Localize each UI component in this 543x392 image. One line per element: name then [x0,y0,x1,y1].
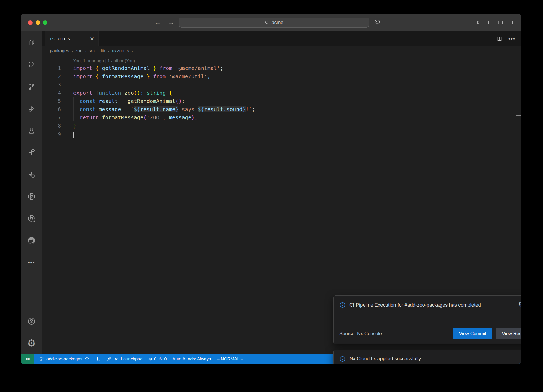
source-control-icon[interactable] [21,75,42,97]
vscode-window: ← → acme [21,14,521,364]
breadcrumb-label: zoo.ts [117,48,129,54]
toggle-secondary-sidebar-icon[interactable] [509,20,515,26]
tab-close-icon[interactable]: ✕ [90,36,94,42]
edge-browser-icon[interactable] [21,229,42,251]
tab-bar: TS zoo.ts ✕ ••• [42,31,521,46]
rocket-icon [107,356,112,362]
settings-gear-icon[interactable]: ⚙ [21,332,42,354]
code-line[interactable]: 7 return formatMessage('ZOO', message); [42,114,521,122]
indent-guide [73,97,74,121]
breadcrumb-item[interactable]: ... [135,48,139,54]
source-control-graph-item[interactable] [93,354,104,364]
breadcrumb-label: ... [135,48,139,54]
nx-console-icon[interactable] [21,185,42,207]
more-views-icon[interactable]: ••• [21,251,42,273]
breadcrumb-label: packages [50,48,69,54]
vim-mode-item[interactable]: -- NORMAL -- [214,354,246,364]
tab-zoo-ts[interactable]: TS zoo.ts ✕ [45,31,99,46]
view-commit-button[interactable]: View Commit [453,328,492,339]
customize-layout-icon[interactable] [475,20,481,26]
explorer-icon[interactable] [21,31,42,53]
minimize-window-button[interactable] [36,20,40,25]
split-editor-icon[interactable] [497,36,502,42]
breadcrumb-separator-icon: › [106,49,110,53]
code-line[interactable]: 1import { getRandomAnimal } from '@acme/… [42,64,521,72]
notification-source: Source: Nx Console [339,331,382,337]
auto-attach-item[interactable]: Auto Attach: Always [169,354,214,364]
code-line[interactable]: 4export function zoo(): string { [42,89,521,97]
code-line[interactable]: 8} [42,122,521,130]
testing-icon[interactable] [21,119,42,141]
back-arrow-icon[interactable]: ← [155,19,161,26]
code-line[interactable]: 9 [42,130,515,138]
problems-item[interactable]: ⊗ 0 ⚠ 0 [145,354,169,364]
close-window-button[interactable] [28,20,33,25]
text-cursor [73,132,74,138]
accounts-icon[interactable] [21,310,42,332]
line-number: 8 [42,122,61,130]
toggle-primary-sidebar-icon[interactable] [486,20,492,26]
breadcrumb-separator-icon: › [84,49,87,53]
breadcrumb-item[interactable]: lib [101,48,105,54]
activity-bar: ••• ⚙ [21,31,42,354]
extensions-icon[interactable] [21,141,42,163]
branch-name: add-zoo-packages [46,356,82,361]
command-center-search[interactable]: acme [179,18,369,28]
warning-count: 0 [164,356,167,361]
search-query: acme [272,20,283,25]
code-line[interactable]: 5 const result = getRandomAnimal(); [42,97,521,105]
tab-label: zoo.ts [57,36,70,42]
line-number: 4 [42,89,61,97]
code-line[interactable]: 2import { formatMessage } from '@acme/ut… [42,72,521,81]
notification-message: Nx Cloud fix applied successfully [349,355,421,363]
forward-arrow-icon[interactable]: → [168,19,174,26]
copilot-menu[interactable] [374,18,385,25]
error-icon: ⊗ [148,357,152,361]
code-line[interactable]: 3 [42,81,521,89]
breadcrumb-label: src [89,48,95,54]
breadcrumb-separator-icon: › [130,49,134,53]
launchpad-item[interactable]: Launchpad [104,354,146,364]
remote-indicator[interactable]: >< [21,354,34,364]
breadcrumb-item[interactable]: zoo [75,48,82,54]
code-text: import { getRandomAnimal } from '@acme/a… [73,64,223,72]
code-text: const message = `${result.name} says ${r… [73,105,255,114]
more-actions-icon[interactable]: ••• [508,36,515,42]
remote-explorer-icon[interactable] [21,163,42,185]
code-line[interactable]: 6 const message = `${result.name} says $… [42,105,521,114]
code-text: return formatMessage('ZOO', message); [73,114,198,122]
notification-nx-cloud-fix: Nx Cloud fix applied successfully [333,350,521,364]
nx-cloud-icon[interactable] [21,207,42,229]
editor-group: TS zoo.ts ✕ ••• packages›zoo›src›lib›TSz… [42,31,521,354]
copilot-icon [374,18,381,25]
chevron-down-icon [382,20,385,23]
branch-item[interactable]: add-zoo-packages [37,354,93,364]
notification-ci-pipeline: CI Pipeline Execution for #add-zoo-packa… [333,295,521,344]
breadcrumb-label: lib [101,48,105,54]
breadcrumb-item[interactable]: src [89,48,95,54]
code-text: } [73,122,76,130]
code-lines: 1import { getRandomAnimal } from '@acme/… [42,64,521,138]
line-number: 2 [42,72,61,81]
typescript-file-icon: TS [111,49,116,53]
code-text: export function zoo(): string { [73,89,172,97]
line-number: 1 [42,64,61,72]
info-icon [339,356,346,362]
info-icon [339,302,346,308]
run-debug-icon[interactable] [21,97,42,119]
git-branch-icon [40,356,45,361]
view-results-button[interactable]: View Results [496,328,521,339]
notification-settings-icon[interactable]: ⚙ [518,301,521,307]
typescript-file-icon: TS [49,37,55,41]
breadcrumb-item[interactable]: packages [50,48,69,54]
zoom-window-button[interactable] [43,20,47,25]
code-text [73,130,74,138]
toggle-panel-icon[interactable] [497,20,503,26]
line-number: 5 [42,97,61,105]
search-view-icon[interactable] [21,53,42,75]
notification-message: CI Pipeline Execution for #add-zoo-packa… [349,301,481,309]
breadcrumb-item[interactable]: TSzoo.ts [111,48,129,54]
breadcrumb-label: zoo [75,48,82,54]
code-text: import { formatMessage } from '@acme/uti… [73,72,211,81]
line-number: 7 [42,114,61,122]
